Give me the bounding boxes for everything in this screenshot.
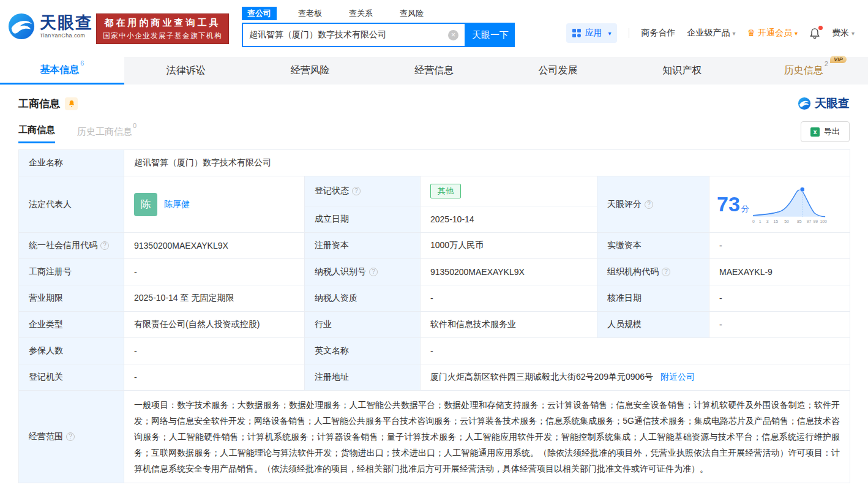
value-established-date: 2025-10-14 [421, 206, 597, 233]
value-registered-capital: 1000万人民币 [421, 233, 597, 259]
tab-count: 2 [825, 60, 828, 67]
apps-menu[interactable]: 应用 ▾ [566, 23, 617, 43]
svg-text:85: 85 [797, 219, 802, 223]
label-approval-date: 核准日期 [597, 285, 709, 312]
menu-open-vip[interactable]: ♛ 开通会员 ▾ [747, 28, 797, 39]
subtab-business-info[interactable]: 工商信息 [18, 124, 55, 143]
chevron-down-icon: ▾ [795, 30, 798, 37]
nearby-companies-link[interactable]: 附近公司 [660, 372, 695, 382]
table-row: 工商注册号 - 纳税人识别号? 91350200MAEXAYKL9X 组织机构代… [19, 259, 850, 285]
tab-basic-info[interactable]: 基本信息6 [0, 57, 124, 85]
notification-bell-icon[interactable] [809, 28, 820, 39]
search-tab-risk[interactable]: 查风险 [394, 7, 429, 20]
label-business-scope: 经营范围? [19, 391, 124, 483]
help-icon[interactable]: ? [645, 200, 653, 209]
score-distribution-chart: 0 1 3 15 50 85 97 99 100 [750, 185, 829, 224]
value-registry-authority: - [124, 364, 305, 391]
table-row: 经营范围? 一般项目：数字技术服务；大数据服务；数据处理服务；人工智能公共数据平… [19, 391, 850, 483]
search-input[interactable] [249, 30, 448, 40]
value-approval-date: - [709, 285, 850, 312]
label-business-term: 营业期限 [19, 285, 124, 312]
svg-text:1: 1 [759, 219, 761, 223]
logo-subtitle: TianYanCha.com [40, 32, 93, 39]
chevron-down-icon: ▾ [608, 30, 611, 37]
search-area: 查公司 查老板 查关系 查风险 × 天眼一下 [242, 7, 515, 47]
value-org-code: MAEXAYKL-9 [709, 259, 850, 285]
value-registration-number: - [124, 259, 305, 285]
tianyancha-logo[interactable]: 天眼查 TianYanCha.com [7, 12, 93, 40]
tianyancha-watermark: 天眼查 [798, 96, 850, 111]
table-row: 企业类型 有限责任公司(自然人投资或控股) 行业 软件和信息技术服务业 人员规模… [19, 312, 850, 338]
menu-divider [629, 28, 629, 38]
tab-intellectual-property[interactable]: 知识产权 [620, 57, 744, 85]
value-registration-status: 其他 [421, 176, 597, 206]
svg-text:15: 15 [773, 219, 778, 223]
table-row: 参保人数 - 英文名称 - [19, 338, 850, 364]
tab-operation-risk[interactable]: 经营风险 [248, 57, 372, 85]
label-org-code: 组织机构代码? [597, 259, 709, 285]
subtab-history-business-info[interactable]: 历史工商信息0 [77, 125, 137, 143]
label-tianyan-score: 天眼评分? [597, 176, 709, 233]
grid-icon [572, 29, 581, 37]
svg-text:97: 97 [807, 219, 812, 223]
logo-title: 天眼查 [40, 14, 93, 32]
help-icon[interactable]: ? [352, 187, 361, 195]
subscribe-bell-icon[interactable] [65, 97, 78, 110]
value-business-term: 2025-10-14 至 无固定期限 [124, 285, 305, 312]
search-button[interactable]: 天眼一下 [466, 23, 515, 47]
apps-menu-label: 应用 [585, 28, 602, 39]
score-number: 73分 [717, 192, 749, 216]
legal-rep-avatar[interactable]: 陈 [134, 193, 157, 216]
label-legal-rep: 法定代表人 [19, 176, 124, 233]
label-established-date: 成立日期 [305, 206, 421, 233]
subtabs-row: 工商信息 历史工商信息0 x 导出 [18, 121, 850, 143]
section-head: 工商信息 天眼查 [18, 96, 850, 111]
value-registered-address: 厦门火炬高新区软件园三期诚毅北大街62号209单元0906号 附近公司 [421, 364, 850, 391]
label-taxpayer-id: 纳税人识别号? [305, 259, 421, 285]
label-paid-capital: 实缴资本 [597, 233, 709, 259]
table-row: 法定代表人 陈 陈厚健 登记状态? 其他 天眼评分? 73分 [19, 176, 850, 206]
menu-user[interactable]: 费米 ▾ [832, 28, 855, 39]
svg-text:3: 3 [766, 219, 768, 223]
table-row: 营业期限 2025-10-14 至 无固定期限 纳税人资质 - 核准日期 - [19, 285, 850, 312]
top-menu: 应用 ▾ 商务合作 企业级产品 ▾ ♛ 开通会员 ▾ 费米 ▾ [566, 23, 855, 43]
help-icon[interactable]: ? [662, 268, 670, 276]
clear-search-icon[interactable]: × [448, 30, 458, 40]
menu-enterprise-products[interactable]: 企业级产品 ▾ [687, 28, 735, 39]
company-nav-tabs: 基本信息6 法律诉讼 经营风险 经营信息 公司发展 知识产权 VIP 历史信息2 [0, 57, 868, 85]
chevron-down-icon: ▾ [851, 30, 855, 37]
slogan-line2: 国家中小企业发展子基金旗下机构 [103, 31, 222, 40]
crown-icon: ♛ [747, 28, 755, 39]
tab-history-info[interactable]: VIP 历史信息2 [744, 57, 868, 85]
label-uscc: 统一社会信用代码? [19, 233, 124, 259]
menu-business-cooperation[interactable]: 商务合作 [641, 28, 675, 39]
label-registration-status: 登记状态? [305, 176, 421, 206]
label-registered-capital: 注册资本 [305, 233, 421, 259]
label-registration-number: 工商注册号 [19, 259, 124, 285]
value-business-scope: 一般项目：数字技术服务；大数据服务；数据处理服务；人工智能公共数据平台；数据处理… [124, 391, 850, 483]
search-tab-boss[interactable]: 查老板 [293, 7, 327, 20]
search-input-wrap: × [242, 23, 466, 47]
label-staff-size: 人员规模 [597, 312, 709, 338]
chevron-down-icon: ▾ [732, 30, 735, 37]
label-company-name: 企业名称 [19, 150, 124, 176]
value-paid-capital: - [709, 233, 850, 259]
value-tianyan-score: 73分 0 1 3 15 50 85 97 99 100 [709, 176, 850, 233]
search-tab-company[interactable]: 查公司 [242, 7, 277, 20]
topbar: 天眼查 TianYanCha.com 都在用的商业查询工具 国家中小企业发展子基… [0, 0, 868, 57]
help-icon[interactable]: ? [100, 241, 109, 250]
help-icon[interactable]: ? [66, 432, 75, 441]
tab-company-development[interactable]: 公司发展 [496, 57, 620, 85]
value-legal-rep: 陈 陈厚健 [124, 176, 305, 233]
svg-text:50: 50 [784, 219, 789, 223]
label-insured-count: 参保人数 [19, 338, 124, 364]
export-button[interactable]: x 导出 [801, 121, 850, 142]
legal-rep-link[interactable]: 陈厚健 [164, 199, 190, 210]
value-insured-count: - [124, 338, 305, 364]
tab-operation-info[interactable]: 经营信息 [372, 57, 496, 85]
tab-legal-proceedings[interactable]: 法律诉讼 [124, 57, 249, 85]
search-tab-relation[interactable]: 查关系 [343, 7, 378, 20]
tab-count: 6 [80, 59, 84, 67]
help-icon[interactable]: ? [369, 268, 378, 276]
table-row: 统一社会信用代码? 91350200MAEXAYKL9X 注册资本 1000万人… [19, 233, 850, 259]
